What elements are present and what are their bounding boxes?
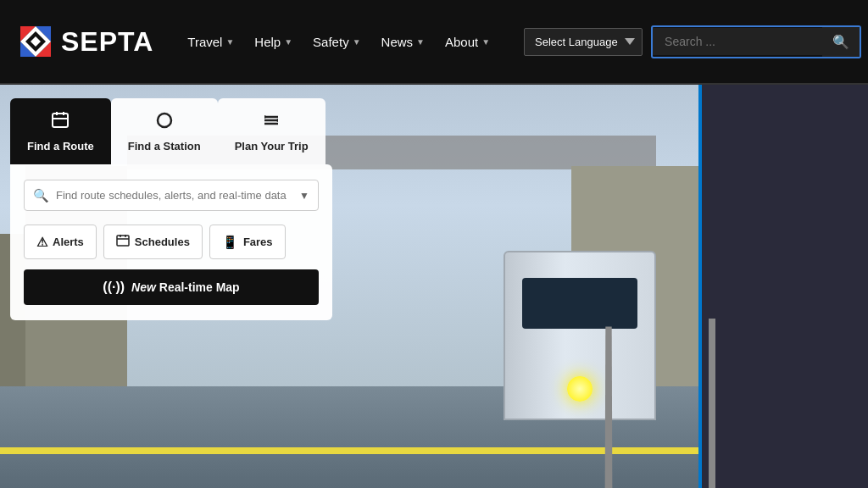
nav-travel-label: Travel xyxy=(187,35,222,49)
septa-logo-icon xyxy=(17,23,54,60)
main-nav: Travel ▼ Help ▼ Safety ▼ News ▼ About ▼ xyxy=(179,28,498,56)
plan-trip-icon xyxy=(261,110,281,135)
schedules-label: Schedules xyxy=(135,236,190,248)
nav-news-label: News xyxy=(381,35,414,49)
tab-find-route[interactable]: Find a Route xyxy=(10,98,111,164)
schedules-icon xyxy=(116,234,130,250)
rail-left xyxy=(605,326,613,488)
find-route-icon xyxy=(50,110,70,135)
fares-label: Fares xyxy=(243,236,273,248)
nav-help[interactable]: Help ▼ xyxy=(246,28,301,56)
widget-tabs: Find a Route Find a Station Plan Your Tr… xyxy=(10,98,332,164)
nav-travel[interactable]: Travel ▼ xyxy=(179,28,242,56)
nav-about-chevron: ▼ xyxy=(481,37,490,47)
language-select[interactable]: Select Language xyxy=(524,28,643,56)
route-search-dropdown-icon[interactable]: ▼ xyxy=(299,190,309,202)
alerts-icon: ⚠ xyxy=(36,235,47,250)
nav-safety-label: Safety xyxy=(313,35,349,49)
rail-right xyxy=(709,319,715,488)
route-search-row: 🔍 ▼ xyxy=(24,180,319,211)
realtime-map-button[interactable]: ((·)) New Real-time Map xyxy=(24,269,319,305)
nav-news-chevron: ▼ xyxy=(416,37,425,47)
alerts-button[interactable]: ⚠ Alerts xyxy=(24,225,97,259)
search-button[interactable]: 🔍 xyxy=(822,27,860,57)
action-buttons-row: ⚠ Alerts Schedules 📱 Fares xyxy=(24,225,319,259)
nav-travel-chevron: ▼ xyxy=(225,37,234,47)
header-right: Select Language 🔍 xyxy=(524,25,861,58)
route-search-input[interactable] xyxy=(56,180,299,210)
main-header: SEPTA Travel ▼ Help ▼ Safety ▼ News ▼ Ab… xyxy=(0,0,868,85)
tab-find-route-label: Find a Route xyxy=(27,140,94,152)
schedules-button[interactable]: Schedules xyxy=(103,225,203,259)
train-rails xyxy=(554,319,766,488)
logo-area[interactable]: SEPTA xyxy=(17,23,153,60)
fares-button[interactable]: 📱 Fares xyxy=(209,225,286,259)
find-station-icon xyxy=(154,110,175,135)
hero-section: Find a Route Find a Station Plan Your Tr… xyxy=(0,85,868,488)
svg-rect-17 xyxy=(117,236,129,246)
nav-news[interactable]: News ▼ xyxy=(373,28,433,56)
svg-marker-15 xyxy=(264,115,268,119)
panel-body: 🔍 ▼ ⚠ Alerts Schedules 📱 Fare xyxy=(10,164,332,320)
svg-marker-16 xyxy=(275,119,278,122)
tab-plan-trip-label: Plan Your Trip xyxy=(235,140,309,152)
svg-rect-7 xyxy=(53,114,68,127)
search-input[interactable] xyxy=(653,28,822,55)
nav-help-label: Help xyxy=(254,35,281,49)
logo-text: SEPTA xyxy=(61,26,153,58)
widget-panel: Find a Route Find a Station Plan Your Tr… xyxy=(10,98,332,320)
nav-help-chevron: ▼ xyxy=(284,37,292,47)
nav-safety-chevron: ▼ xyxy=(353,37,361,47)
search-box: 🔍 xyxy=(651,25,861,58)
tab-plan-trip[interactable]: Plan Your Trip xyxy=(218,98,326,164)
realtime-new-label: New Real-time Map xyxy=(131,280,240,294)
nav-about[interactable]: About ▼ xyxy=(437,28,498,56)
route-search-icon: 🔍 xyxy=(33,188,49,203)
alerts-label: Alerts xyxy=(53,236,84,248)
tab-find-station-label: Find a Station xyxy=(128,140,201,152)
realtime-icon: ((·)) xyxy=(103,280,125,295)
fares-icon: 📱 xyxy=(222,235,238,250)
tab-find-station[interactable]: Find a Station xyxy=(111,98,218,164)
nav-safety[interactable]: Safety ▼ xyxy=(304,28,369,56)
nav-about-label: About xyxy=(445,35,478,49)
svg-point-11 xyxy=(158,114,171,127)
